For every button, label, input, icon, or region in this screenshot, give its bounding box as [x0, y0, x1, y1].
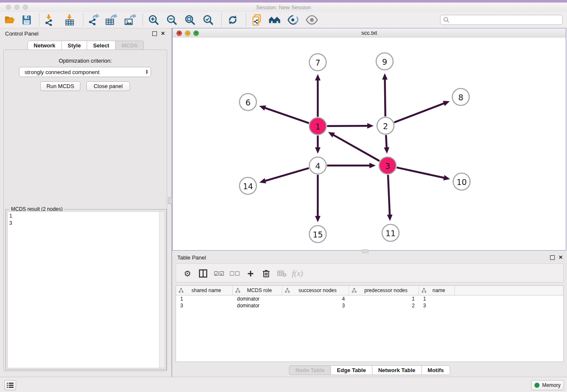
graph-node-15[interactable]: 15	[309, 226, 326, 243]
toolbar-separator	[39, 14, 39, 26]
edge-2-to-3[interactable]	[386, 135, 387, 148]
column-header-predecessor-nodes[interactable]: predecessor nodes	[349, 286, 419, 295]
node-label: 2	[383, 121, 388, 131]
search-icon	[443, 17, 450, 23]
open-session-icon[interactable]	[3, 14, 16, 26]
graph-node-3[interactable]: 3	[379, 157, 396, 174]
edge-3-to-11[interactable]	[388, 175, 390, 215]
delete-column-icon[interactable]	[260, 267, 272, 280]
mcds-result-textarea[interactable]: 1 3	[7, 211, 165, 368]
table-cell[interactable]: 3	[282, 302, 349, 309]
import-network-icon[interactable]	[43, 14, 56, 26]
column-layout-icon[interactable]	[197, 267, 209, 280]
zoom-in-icon[interactable]	[147, 14, 160, 26]
column-type-icon	[285, 288, 290, 293]
select-stepper-icon: ▲▼	[143, 69, 151, 75]
table-cell[interactable]: 3	[176, 302, 233, 309]
table-cell[interactable]: 1	[349, 295, 419, 302]
panel-splitter-handle[interactable]	[168, 197, 172, 204]
network-window-titlebar[interactable]: ✕ − + scc.txt	[173, 28, 566, 38]
table-cell[interactable]: dominator	[233, 302, 282, 309]
graph-node-1[interactable]: 1	[309, 118, 326, 135]
run-mcds-button[interactable]: Run MCDS	[40, 81, 80, 91]
first-neighbors-icon[interactable]	[268, 14, 281, 26]
tab-network[interactable]: Network	[28, 41, 62, 50]
export-table-icon[interactable]	[105, 14, 117, 26]
graph-node-8[interactable]: 8	[452, 88, 469, 105]
column-header-name[interactable]: name	[419, 286, 455, 295]
edge-1-to-2[interactable]	[327, 126, 368, 126]
search-input[interactable]	[450, 17, 562, 23]
node-label: 1	[315, 122, 320, 131]
node-label: 15	[313, 230, 323, 239]
export-network-icon[interactable]	[87, 14, 99, 26]
control-panel: Control Panel ✕ NetworkStyleSelectMCDS O…	[0, 28, 171, 377]
table-header-row: shared nameMCDS rolesuccessor nodesprede…	[176, 286, 563, 295]
edge-arrowhead	[315, 147, 321, 154]
select-all-rows-icon[interactable]: ☑☑	[213, 267, 226, 280]
apply-style-icon[interactable]	[287, 14, 300, 26]
graph-node-6[interactable]: 6	[239, 94, 256, 110]
column-header-MCDS-role[interactable]: MCDS role	[233, 286, 282, 295]
tab-network-table[interactable]: Network Table	[372, 365, 422, 375]
table-row[interactable]: 1dominator411	[176, 295, 563, 302]
refresh-icon[interactable]	[226, 14, 239, 26]
deselect-all-rows-icon[interactable]: ☐☐	[228, 267, 241, 280]
tab-style[interactable]: Style	[62, 41, 87, 50]
task-history-button[interactable]	[4, 380, 16, 390]
close-table-panel-icon[interactable]: ✕	[558, 254, 564, 260]
table-panel-tabs: Node TableEdge TableNetwork TableMotifs	[172, 365, 567, 375]
network-canvas[interactable]: 7968124314101511	[173, 38, 566, 250]
memory-button[interactable]: Memory	[531, 380, 564, 390]
status-bar: Memory	[0, 377, 567, 392]
graph-node-9[interactable]: 9	[376, 53, 393, 70]
edge-arrowhead	[384, 147, 389, 154]
node-table: shared nameMCDS rolesuccessor nodesprede…	[176, 285, 564, 362]
edge-4-to-14[interactable]	[264, 168, 309, 181]
close-panel-button[interactable]: Close panel	[86, 81, 130, 91]
table-cell[interactable]: 3	[419, 302, 455, 309]
tab-motifs[interactable]: Motifs	[422, 365, 450, 375]
graph-node-14[interactable]: 14	[239, 177, 256, 194]
zoom-selected-icon[interactable]	[202, 14, 215, 26]
search-field[interactable]	[440, 15, 563, 25]
close-panel-icon[interactable]: ✕	[160, 30, 166, 36]
column-type-icon	[179, 288, 184, 293]
table-cell[interactable]: 1	[419, 295, 455, 302]
graph-node-11[interactable]: 11	[382, 224, 399, 241]
import-table-icon[interactable]	[63, 14, 76, 26]
tab-select[interactable]: Select	[87, 41, 116, 50]
table-settings-icon[interactable]: ⚙	[181, 267, 194, 280]
float-panel-icon[interactable]	[151, 30, 157, 36]
table-row[interactable]: 3dominator323	[176, 302, 563, 309]
tab-edge-table[interactable]: Edge Table	[331, 365, 372, 375]
edge-1-to-6[interactable]	[264, 108, 309, 123]
criterion-select[interactable]: strongly connected component ▲▼	[19, 67, 151, 77]
graph-node-4[interactable]: 4	[309, 157, 326, 174]
function-builder-icon: f(x)	[291, 267, 304, 280]
tab-mcds[interactable]: MCDS	[116, 41, 144, 50]
show-hide-icon	[306, 14, 318, 26]
edge-2-to-8[interactable]	[394, 103, 445, 123]
edge-3-to-1[interactable]	[333, 135, 380, 161]
export-image-icon[interactable]	[124, 14, 136, 26]
column-header-successor-nodes[interactable]: successor nodes	[282, 286, 349, 295]
table-cell[interactable]: 2	[349, 302, 419, 309]
table-cell[interactable]: 1	[176, 295, 233, 302]
edge-3-to-10[interactable]	[396, 168, 444, 178]
zoom-out-icon[interactable]	[165, 14, 178, 26]
save-session-icon[interactable]	[20, 14, 33, 26]
graph-node-2[interactable]: 2	[377, 117, 394, 134]
graph-node-10[interactable]: 10	[453, 173, 470, 190]
float-table-panel-icon[interactable]	[549, 254, 555, 260]
column-header-shared-name[interactable]: shared name	[176, 286, 233, 295]
zoom-fit-icon[interactable]	[184, 14, 196, 26]
table-cell[interactable]: 4	[282, 295, 349, 302]
graph-node-7[interactable]: 7	[309, 54, 326, 71]
result-scrollbar[interactable]	[159, 212, 165, 368]
clone-network-icon[interactable]	[250, 14, 263, 26]
table-cell[interactable]: dominator	[233, 295, 282, 302]
add-column-icon[interactable]: +	[244, 267, 257, 280]
tab-node-table[interactable]: Node Table	[289, 365, 331, 375]
edge-2-to-9[interactable]	[385, 79, 385, 116]
